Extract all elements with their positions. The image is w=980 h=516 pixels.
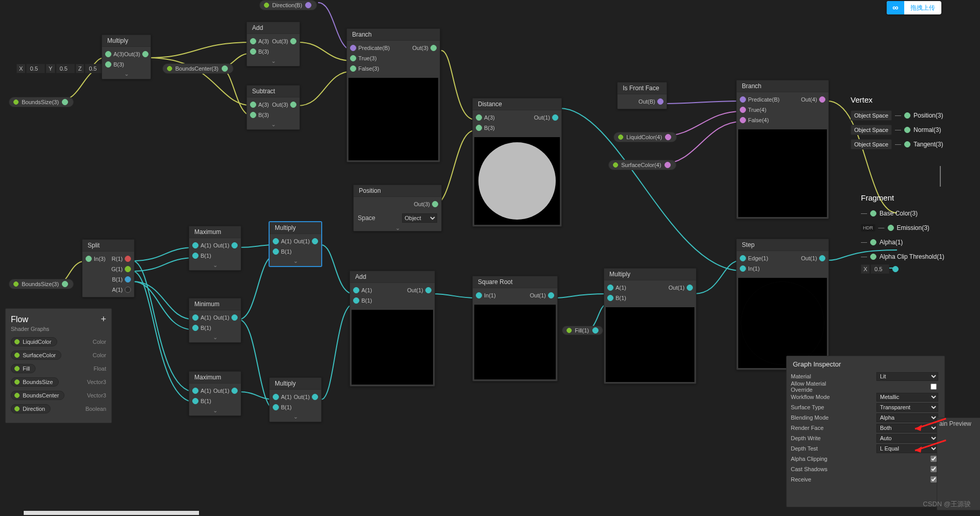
input-port-predicate[interactable] — [350, 45, 356, 51]
input-port[interactable] — [870, 239, 876, 245]
fragment-slot[interactable]: —Alpha(1) — [861, 235, 979, 249]
input-port-false[interactable] — [740, 117, 746, 123]
output-port[interactable] — [819, 96, 825, 103]
chevron-down-icon[interactable]: ⌄ — [192, 262, 238, 268]
prop-fill[interactable]: Fill(1) — [562, 326, 603, 335]
inspector-checkbox[interactable] — [931, 384, 937, 390]
node-square-root[interactable]: Square Root In(1) Out(1) — [472, 276, 558, 381]
inspector-select[interactable]: Both — [876, 424, 938, 432]
chevron-down-icon[interactable]: ⌄ — [273, 258, 318, 264]
space-select[interactable]: Object — [402, 213, 437, 223]
inspector-select[interactable]: Alpha — [876, 413, 938, 422]
input-port-b[interactable] — [192, 325, 198, 331]
output-port[interactable] — [687, 285, 693, 291]
input-port-a[interactable] — [192, 242, 198, 248]
blackboard-property[interactable]: FillFloat — [11, 362, 106, 375]
fragment-stack[interactable]: Fragment —Base Color(3)HDR—Emission(3)—A… — [861, 193, 979, 264]
node-multiply-2[interactable]: Multiply A(1) Out(1) B(1) ⌄ — [269, 222, 322, 267]
output-port[interactable] — [290, 102, 296, 108]
output-port[interactable] — [819, 255, 825, 261]
input-port-b[interactable] — [105, 61, 111, 68]
blackboard-property[interactable]: BoundsCenterVector3 — [11, 389, 106, 402]
output-port-a[interactable] — [125, 287, 131, 293]
chevron-down-icon[interactable]: ⌄ — [273, 413, 318, 420]
input-port-b[interactable] — [192, 398, 198, 404]
input-port-b[interactable] — [250, 112, 256, 118]
blackboard-property[interactable]: DirectionBoolean — [11, 402, 106, 415]
node-position[interactable]: Position Out(3) Space Object ⌄ — [353, 185, 442, 231]
output-port-r[interactable] — [125, 256, 131, 262]
node-split[interactable]: Split In(3) R(1) G(1) B(1) A(1) — [82, 239, 135, 297]
inspector-select[interactable]: Transparent — [876, 403, 938, 412]
input-port-a[interactable] — [353, 287, 359, 293]
x-value[interactable]: 0.5 — [26, 64, 45, 73]
bottom-input-bar[interactable] — [24, 511, 199, 515]
output-port[interactable] — [312, 394, 318, 400]
x-value[interactable]: 0.5 — [871, 264, 889, 274]
input-port-a[interactable] — [476, 114, 482, 121]
input-port[interactable] — [870, 210, 876, 217]
input-port-b[interactable] — [250, 48, 256, 55]
input-port-a[interactable] — [192, 314, 198, 321]
input-port-true[interactable] — [740, 107, 746, 113]
node-step[interactable]: Step Edge(1) Out(1) In(1) — [736, 239, 829, 370]
output-port[interactable] — [430, 45, 437, 51]
chevron-down-icon[interactable]: ⌄ — [192, 407, 238, 413]
vertex-slot[interactable]: Object Space—Normal(3) — [851, 123, 969, 137]
input-port-in[interactable] — [476, 292, 482, 298]
input-port-b[interactable] — [273, 404, 279, 410]
output-port-b[interactable] — [125, 276, 131, 282]
inspector-select[interactable]: L Equal — [876, 444, 938, 453]
chevron-down-icon[interactable]: ⌄ — [105, 71, 147, 77]
output-port-g[interactable] — [125, 266, 131, 272]
output-port[interactable] — [425, 287, 431, 293]
input-port-predicate[interactable] — [740, 96, 746, 103]
vertex-slot[interactable]: Object Space—Position(3) — [851, 108, 969, 123]
node-multiply-1[interactable]: Multiply A(3) Out(3) B(3) ⌄ — [102, 35, 151, 79]
prop-boundssize-1[interactable]: BoundsSize(3) — [9, 97, 74, 107]
main-preview-panel[interactable]: ain Preview — [937, 418, 980, 510]
node-multiply-4[interactable]: Multiply A(1) Out(1) B(1) — [604, 268, 696, 384]
inspector-select[interactable]: Metallic — [876, 393, 938, 402]
prop-direction[interactable]: Direction(B) — [259, 0, 317, 10]
vertex-slot[interactable]: Object Space—Tangent(3) — [851, 137, 969, 152]
output-port[interactable] — [231, 388, 238, 394]
input-port-b[interactable] — [607, 295, 613, 301]
vertex-stack[interactable]: Vertex Object Space—Position(3)Object Sp… — [851, 95, 969, 152]
node-maximum-2[interactable]: Maximum A(1) Out(1) B(1) ⌄ — [189, 371, 241, 416]
chevron-down-icon[interactable]: ⌄ — [354, 225, 441, 231]
input-port-edge[interactable] — [740, 255, 746, 261]
output-port[interactable] — [592, 327, 599, 334]
input-port[interactable] — [904, 112, 910, 119]
output-port[interactable] — [62, 281, 68, 287]
output-port[interactable] — [657, 98, 663, 105]
output-port[interactable] — [222, 65, 228, 72]
input-port-false[interactable] — [350, 65, 356, 72]
output-port[interactable] — [305, 2, 311, 8]
inspector-select[interactable]: Lit — [876, 372, 938, 381]
input-port[interactable] — [888, 225, 894, 231]
prop-boundscenter[interactable]: BoundsCenter(3) — [162, 63, 234, 74]
node-multiply-3[interactable]: Multiply A(1) Out(1) B(1) ⌄ — [269, 377, 322, 422]
output-port[interactable] — [62, 99, 68, 105]
fragment-slot[interactable]: —Alpha Clip Threshold(1) — [861, 249, 979, 264]
chevron-down-icon[interactable]: ⌄ — [250, 58, 296, 64]
input-port[interactable] — [904, 127, 910, 133]
input-port-b[interactable] — [273, 248, 279, 255]
inspector-checkbox[interactable] — [931, 466, 937, 472]
chevron-down-icon[interactable]: ⌄ — [192, 334, 238, 340]
input-port[interactable] — [870, 254, 876, 260]
add-property-button[interactable]: + — [101, 314, 106, 325]
input-port-a[interactable] — [250, 102, 256, 108]
alpha-clip-input[interactable]: X 0.5 — [861, 264, 899, 274]
output-port[interactable] — [312, 238, 318, 244]
prop-surfacecolor[interactable]: SurfaceColor(4) — [608, 160, 676, 170]
input-port-b[interactable] — [476, 125, 482, 131]
inspector-checkbox[interactable] — [931, 476, 937, 482]
input-port-a[interactable] — [105, 51, 111, 57]
input-port-b[interactable] — [353, 297, 359, 304]
node-distance[interactable]: Distance A(3) Out(1) B(3) — [472, 98, 562, 227]
graph-inspector-panel[interactable]: Graph Inspector MaterialLitAllow Materia… — [786, 356, 945, 507]
blackboard-property[interactable]: LiquidColorColor — [11, 335, 106, 348]
input-port-a[interactable] — [192, 388, 198, 394]
